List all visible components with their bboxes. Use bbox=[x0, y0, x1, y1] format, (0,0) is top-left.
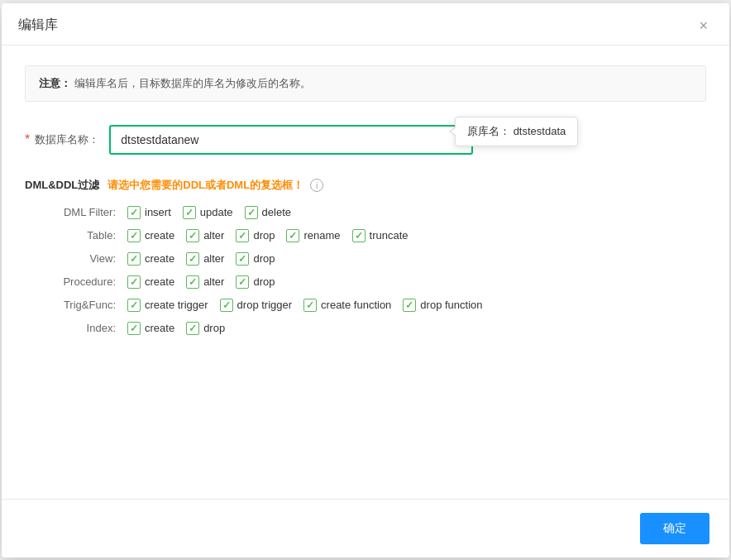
checkbox-label-table-drop: drop bbox=[253, 229, 275, 242]
checkbox-item-trig-drop-function[interactable]: drop function bbox=[403, 299, 482, 312]
dialog-body: 注意： 编辑库名后，目标数据库的库名为修改后的名称。 * 数据库名称： ⌖ 原库… bbox=[2, 45, 729, 499]
checkbox-item-trig-create-function[interactable]: create function bbox=[303, 299, 391, 312]
filter-row-label-1: Table: bbox=[41, 229, 116, 242]
checkbox-item-proc-alter[interactable]: alter bbox=[186, 275, 224, 289]
checkbox-table-create[interactable] bbox=[127, 229, 141, 242]
checkbox-label-index-drop: drop bbox=[203, 322, 225, 334]
checkbox-item-view-alter[interactable]: alter bbox=[186, 252, 224, 266]
info-icon[interactable]: i bbox=[310, 179, 323, 192]
checkbox-index-create[interactable] bbox=[127, 322, 141, 335]
checkbox-table-truncate[interactable] bbox=[352, 229, 366, 242]
db-name-row: * 数据库名称： ⌖ 原库名： dtstestdata bbox=[25, 125, 706, 155]
filter-row-label-4: Trig&Func: bbox=[41, 299, 116, 311]
checkbox-label-view-create: create bbox=[145, 252, 174, 265]
dialog-title: 编辑库 bbox=[18, 17, 58, 34]
checkbox-label-trig-create-function: create function bbox=[321, 299, 391, 311]
checkbox-item-table-create[interactable]: create bbox=[127, 229, 174, 242]
checkbox-delete[interactable] bbox=[245, 206, 258, 219]
dialog-header: 编辑库 × bbox=[2, 3, 729, 45]
filter-row: Index:createdrop bbox=[41, 322, 706, 335]
filter-row: Table:createalterdroprenametruncate bbox=[41, 229, 706, 242]
checkbox-label-delete: delete bbox=[262, 206, 291, 218]
checkbox-group-0: insertupdatedelete bbox=[127, 206, 299, 219]
db-name-label: 数据库名称： bbox=[33, 132, 99, 147]
tooltip-label: 原库名： bbox=[467, 125, 510, 137]
checkbox-label-update: update bbox=[200, 206, 233, 218]
notice-text: 编辑库名后，目标数据库的库名为修改后的名称。 bbox=[74, 77, 311, 89]
checkbox-item-proc-create[interactable]: create bbox=[127, 275, 174, 289]
checkbox-label-proc-drop: drop bbox=[253, 275, 275, 288]
checkbox-trig-create-function[interactable] bbox=[303, 299, 317, 312]
checkbox-label-view-drop: drop bbox=[253, 252, 275, 265]
checkbox-insert[interactable] bbox=[127, 206, 141, 219]
checkbox-item-table-alter[interactable]: alter bbox=[186, 229, 224, 242]
checkbox-label-table-alter: alter bbox=[203, 229, 224, 242]
checkbox-trig-create-trigger[interactable] bbox=[127, 299, 141, 312]
filter-row: DML Filter:insertupdatedelete bbox=[41, 206, 706, 219]
filter-row: View:createalterdrop bbox=[41, 252, 706, 266]
checkbox-label-proc-create: create bbox=[145, 275, 174, 288]
checkbox-item-view-drop[interactable]: drop bbox=[236, 252, 275, 266]
checkbox-item-table-drop[interactable]: drop bbox=[236, 229, 275, 242]
checkbox-label-proc-alter: alter bbox=[203, 275, 224, 288]
checkbox-group-1: createalterdroprenametruncate bbox=[127, 229, 417, 242]
checkbox-trig-drop-trigger[interactable] bbox=[220, 299, 233, 312]
tooltip-value: dtstestdata bbox=[514, 125, 566, 137]
filter-row-label-5: Index: bbox=[41, 322, 116, 334]
checkbox-proc-alter[interactable] bbox=[186, 275, 199, 289]
original-name-tooltip: 原库名： dtstestdata bbox=[455, 117, 578, 146]
checkbox-item-trig-drop-trigger[interactable]: drop trigger bbox=[220, 299, 292, 312]
checkbox-trig-drop-function[interactable] bbox=[403, 299, 416, 312]
checkbox-label-table-truncate: truncate bbox=[370, 229, 408, 242]
filter-title-row: DML&DDL过滤 请选中您需要的DDL或者DML的复选框！ i bbox=[25, 178, 706, 193]
checkbox-proc-create[interactable] bbox=[127, 275, 141, 289]
checkbox-item-insert[interactable]: insert bbox=[127, 206, 171, 219]
filter-row: Procedure:createalterdrop bbox=[41, 275, 706, 289]
filter-section: DML&DDL过滤 请选中您需要的DDL或者DML的复选框！ i DML Fil… bbox=[25, 178, 706, 335]
filter-row-label-2: View: bbox=[41, 252, 116, 265]
checkbox-label-view-alter: alter bbox=[203, 252, 224, 265]
checkbox-table-rename[interactable] bbox=[286, 229, 299, 242]
checkbox-group-4: create triggerdrop triggercreate functio… bbox=[127, 299, 491, 312]
notice-box: 注意： 编辑库名后，目标数据库的库名为修改后的名称。 bbox=[25, 65, 706, 102]
checkbox-item-index-drop[interactable]: drop bbox=[186, 322, 225, 335]
checkbox-item-proc-drop[interactable]: drop bbox=[236, 275, 275, 289]
db-name-input[interactable] bbox=[109, 125, 473, 155]
filter-row-label-0: DML Filter: bbox=[41, 206, 116, 218]
checkbox-table-drop[interactable] bbox=[236, 229, 249, 242]
checkbox-table-alter[interactable] bbox=[186, 229, 199, 242]
checkbox-view-drop[interactable] bbox=[236, 252, 249, 266]
dialog-footer: 确定 bbox=[2, 499, 729, 558]
checkbox-item-index-create[interactable]: create bbox=[127, 322, 174, 335]
notice-prefix: 注意： bbox=[39, 77, 71, 89]
checkbox-item-table-rename[interactable]: rename bbox=[286, 229, 340, 242]
filter-title: DML&DDL过滤 bbox=[25, 178, 99, 193]
checkbox-label-index-create: create bbox=[145, 322, 174, 334]
filter-row-label-3: Procedure: bbox=[41, 275, 116, 288]
filter-row: Trig&Func:create triggerdrop triggercrea… bbox=[41, 299, 706, 312]
checkbox-view-create[interactable] bbox=[127, 252, 141, 266]
checkbox-label-trig-drop-function: drop function bbox=[420, 299, 482, 311]
required-star: * bbox=[25, 132, 30, 147]
checkbox-index-drop[interactable] bbox=[186, 322, 199, 335]
checkbox-label-table-rename: rename bbox=[303, 229, 340, 242]
edit-library-dialog: 编辑库 × 注意： 编辑库名后，目标数据库的库名为修改后的名称。 * 数据库名称… bbox=[2, 3, 729, 558]
filter-subtitle: 请选中您需要的DDL或者DML的复选框！ bbox=[108, 178, 303, 193]
filter-rows: DML Filter:insertupdatedeleteTable:creat… bbox=[25, 206, 706, 335]
checkbox-item-trig-create-trigger[interactable]: create trigger bbox=[127, 299, 208, 312]
checkbox-proc-drop[interactable] bbox=[236, 275, 249, 289]
confirm-button[interactable]: 确定 bbox=[640, 513, 710, 544]
checkbox-label-table-create: create bbox=[145, 229, 174, 242]
checkbox-group-3: createalterdrop bbox=[127, 275, 283, 289]
checkbox-update[interactable] bbox=[183, 206, 196, 219]
checkbox-label-trig-drop-trigger: drop trigger bbox=[237, 299, 292, 311]
checkbox-item-table-truncate[interactable]: truncate bbox=[352, 229, 408, 242]
checkbox-label-trig-create-trigger: create trigger bbox=[145, 299, 208, 311]
close-button[interactable]: × bbox=[694, 17, 713, 35]
checkbox-view-alter[interactable] bbox=[186, 252, 199, 266]
checkbox-item-view-create[interactable]: create bbox=[127, 252, 174, 266]
checkbox-group-2: createalterdrop bbox=[127, 252, 283, 266]
checkbox-group-5: createdrop bbox=[127, 322, 233, 335]
checkbox-item-update[interactable]: update bbox=[183, 206, 233, 219]
checkbox-item-delete[interactable]: delete bbox=[245, 206, 291, 219]
